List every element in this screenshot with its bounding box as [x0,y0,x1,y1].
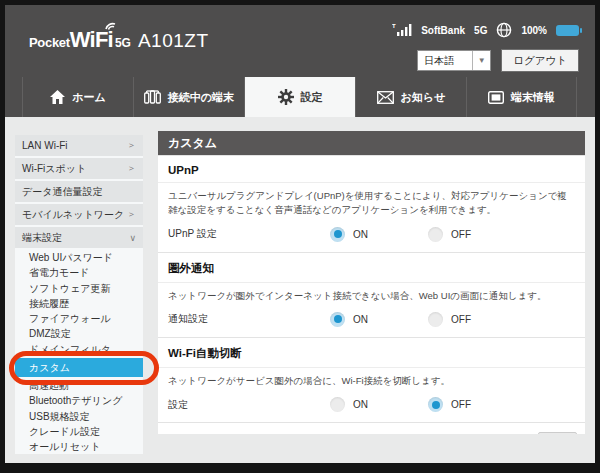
status-bar: T SoftBank 5G 100% [392,22,579,38]
sidebar-item-data-usage[interactable]: データ通信量設定 [15,181,143,202]
radio-label: OFF [451,229,471,240]
sidebar-item-custom[interactable]: カスタム [15,358,143,377]
logo-pocket-text: Pocket [29,35,70,50]
radio-icon [330,227,345,242]
radio-icon [428,227,443,242]
tab-label: お知らせ [401,90,446,105]
network-type-label: 5G [474,25,487,36]
logo-5g-text: 5G [115,36,131,50]
chevron-down-icon: ∨ [129,233,136,243]
gear-icon [278,89,294,105]
sidebar-item-cradle[interactable]: クレードル設定 [15,424,143,439]
chevron-right-icon: ＞ [127,162,136,175]
setting-label: UPnP 設定 [168,227,330,241]
header: PocketWiFi5GA101ZT T SoftBank 5G 100% 日 [5,5,595,77]
radio-label: ON [353,229,368,240]
language-select-value: 日本語 [418,51,472,70]
tab-connected-devices[interactable]: 接続中の端末 [133,77,244,117]
section-heading: UPnP [158,156,585,183]
logo-wifi-text: WiFi [70,27,113,53]
nav-tabs: ホーム 接続中の端末 設定 お知らせ 端末情報 [22,77,577,117]
radio-icon [428,312,443,327]
globe-icon [496,22,512,38]
sidebar-item-all-reset[interactable]: オールリセット [15,439,143,454]
auto-disconnect-setting-row: 設定 ON OFF [158,389,585,422]
sidebar-item-domain-filter[interactable]: ドメインフィルタ [15,342,143,357]
radio-icon [330,397,345,412]
notice-on-radio[interactable]: ON [330,312,428,327]
sidebar-item-label: Wi-Fiスポット [22,162,86,176]
setting-label: 設定 [168,398,330,412]
battery-icon [556,25,579,36]
section-description: ユニバーサルプラグアンドプレイ(UPnP)を使用することにより、対応アプリケーシ… [158,183,585,219]
tab-home[interactable]: ホーム [22,77,133,117]
chevron-down-icon: ▼ [472,51,490,70]
device-info-icon [488,91,504,104]
section-description: ネットワークがサービス圏外の場合に、Wi-Fi接続を切断します。 [158,368,585,389]
sidebar-item-power-save[interactable]: 省電力モード [15,265,143,280]
devices-icon [144,90,161,104]
tab-settings[interactable]: 設定 [244,77,355,117]
upnp-on-radio[interactable]: ON [330,227,428,242]
tab-label: 端末情報 [511,90,555,105]
sidebar-item-bluetooth-tethering[interactable]: Bluetoothテザリング [15,393,143,408]
radio-label: OFF [451,314,471,325]
sidebar-item-label: データ通信量設定 [22,185,102,199]
language-select[interactable]: 日本語 ▼ [417,50,491,71]
battery-percent-label: 100% [521,25,547,36]
setting-label: 通知設定 [168,312,330,326]
sidebar-item-webui-password[interactable]: Web UIパスワード [15,250,143,265]
save-button[interactable]: 保存 [538,432,577,434]
sidebar-item-connection-history[interactable]: 接続履歴 [15,296,143,311]
chevron-right-icon: ＞ [127,208,136,221]
sidebar-menu: LAN Wi-Fi ＞ Wi-Fiスポット ＞ データ通信量設定 モバイルネット… [15,135,143,454]
home-icon [50,90,65,104]
upnp-setting-row: UPnP 設定 ON OFF [158,219,585,252]
carrier-label: SoftBank [421,25,465,36]
logout-button[interactable]: ログアウト [501,49,579,72]
router-admin-screen: PocketWiFi5GA101ZT T SoftBank 5G 100% 日 [0,0,600,473]
sidebar-item-label: モバイルネットワーク [22,208,124,222]
sidebar-item-label: 端末設定 [22,231,62,245]
sidebar-item-wifi-spot[interactable]: Wi-Fiスポット ＞ [15,158,143,179]
section-description: ネットワークが圏外でインターネット接続できない場合、Web UIの画面に通知しま… [158,283,585,304]
notice-off-radio[interactable]: OFF [428,312,526,327]
tab-label: 接続中の端末 [168,90,234,105]
auto-disconnect-off-radio[interactable]: OFF [428,397,526,412]
nav-bar: ホーム 接続中の端末 設定 お知らせ 端末情報 [5,77,595,117]
radio-label: ON [353,399,368,410]
radio-icon [330,312,345,327]
chevron-right-icon: ＞ [127,139,136,152]
sidebar-item-usb-standard[interactable]: USB規格設定 [15,409,143,424]
logo-model-text: A101ZT [138,30,209,52]
signal-strength-icon: T [392,23,412,37]
mail-icon [377,91,394,104]
svg-text:T: T [392,23,396,29]
brand-logo: PocketWiFi5GA101ZT [29,27,209,53]
section-heading: Wi-Fi自動切断 [158,338,585,368]
sidebar-item-mobile-network[interactable]: モバイルネットワーク ＞ [15,204,143,225]
tab-device-info[interactable]: 端末情報 [466,77,577,117]
sidebar-item-firewall[interactable]: ファイアウォール [15,311,143,326]
auto-disconnect-on-radio[interactable]: ON [330,397,428,412]
sidebar-item-label: LAN Wi-Fi [22,140,68,151]
upnp-off-radio[interactable]: OFF [428,227,526,242]
main-panel: カスタム UPnP ユニバーサルプラグアンドプレイ(UPnP)を使用することによ… [158,131,585,434]
sidebar-item-dmz[interactable]: DMZ設定 [15,326,143,341]
notice-setting-row: 通知設定 ON OFF [158,304,585,337]
tab-notifications[interactable]: お知らせ [355,77,466,117]
radio-label: OFF [451,399,471,410]
section-wifi-auto-disconnect: Wi-Fi自動切断 ネットワークがサービス圏外の場合に、Wi-Fi接続を切断しま… [158,337,585,422]
radio-icon [428,397,443,412]
save-row: 保存 [158,422,585,434]
header-controls: 日本語 ▼ ログアウト [417,49,579,72]
sidebar-item-lan-wifi[interactable]: LAN Wi-Fi ＞ [15,135,143,156]
section-out-of-range-notice: 圏外通知 ネットワークが圏外でインターネット接続できない場合、Web UIの画面… [158,252,585,337]
sidebar-item-software-update[interactable]: ソフトウェア更新 [15,281,143,296]
tab-label: ホーム [72,90,106,105]
sidebar-item-quick-boot[interactable]: 高速起動 [15,378,143,393]
tab-label: 設定 [301,90,323,105]
sidebar-item-device-settings[interactable]: 端末設定 ∨ [15,227,143,248]
section-upnp: UPnP ユニバーサルプラグアンドプレイ(UPnP)を使用することにより、対応ア… [158,155,585,252]
wifi-arc-icon [104,20,117,30]
